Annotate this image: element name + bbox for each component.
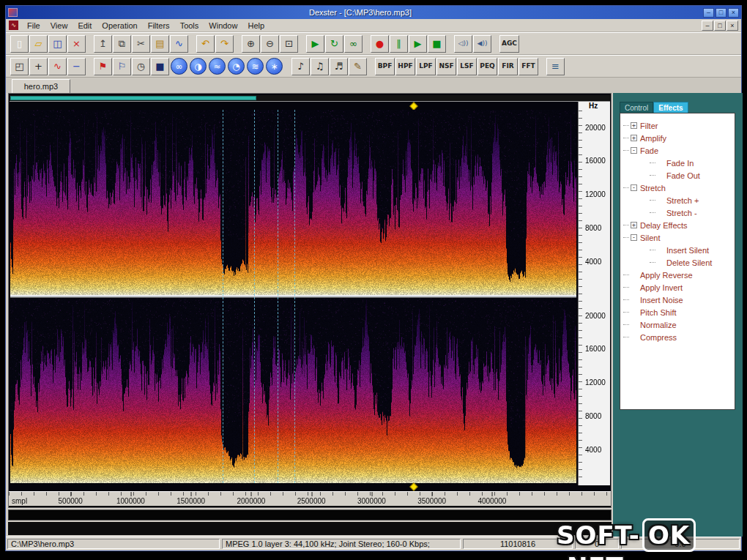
horizontal-scrollbar[interactable] xyxy=(8,509,612,520)
paste-button[interactable]: ▤ xyxy=(151,35,169,53)
record-button[interactable]: ● xyxy=(371,35,389,53)
marker-flag-button[interactable]: ⚑ xyxy=(94,58,112,75)
menu-item[interactable]: File xyxy=(22,20,45,31)
menu-item[interactable]: View xyxy=(45,20,73,31)
tree-item-fade-in[interactable]: Fade In xyxy=(620,157,735,169)
marker-strip-bottom[interactable] xyxy=(10,483,610,490)
loop-button[interactable]: ∞ xyxy=(344,35,363,53)
edit-pencil-button[interactable]: ✎ xyxy=(349,58,367,75)
menu-item[interactable]: Filters xyxy=(143,20,175,31)
save-button[interactable]: ◫ xyxy=(48,35,67,53)
region-flag-button[interactable]: ⚐ xyxy=(113,58,131,75)
new-button[interactable]: ▯ xyxy=(10,35,29,53)
menu-item[interactable]: Edit xyxy=(73,20,97,31)
tree-toggle-icon[interactable]: + xyxy=(631,122,637,129)
tree-item-normalize[interactable]: Normalize xyxy=(620,318,735,331)
peq-filter-button[interactable]: PEQ xyxy=(477,58,497,75)
tree-item-stretch[interactable]: Stretch + xyxy=(620,194,735,206)
tree-item-insert-silent[interactable]: Insert Silent xyxy=(620,244,735,256)
tree-toggle-icon[interactable] xyxy=(657,160,664,166)
tree-item-silent[interactable]: - Silent xyxy=(620,231,735,244)
tree-toggle-icon[interactable]: - xyxy=(631,234,637,241)
lsf-filter-button[interactable]: LSF xyxy=(457,58,477,75)
block-select-button[interactable]: ■ xyxy=(151,58,169,75)
fft-filter-button[interactable]: FFT xyxy=(519,58,538,75)
tree-toggle-icon[interactable] xyxy=(657,209,664,216)
document-tab[interactable]: hero.mp3 xyxy=(12,79,70,93)
stop-button[interactable]: ■ xyxy=(428,35,446,53)
tree-item-filter[interactable]: + Filter xyxy=(620,119,735,132)
fx-chorus-button[interactable]: ◑ xyxy=(190,58,207,75)
mdi-close-button[interactable]: × xyxy=(726,20,738,31)
pause-button[interactable]: ‖ xyxy=(390,35,408,53)
play-button[interactable]: ▶ xyxy=(409,35,427,53)
tab-control[interactable]: Control xyxy=(620,102,653,113)
redo-button[interactable]: ↷ xyxy=(215,35,234,53)
equalizer-button[interactable]: ≡ xyxy=(546,58,565,75)
tree-toggle-icon[interactable] xyxy=(657,247,664,253)
tree-toggle-icon[interactable] xyxy=(657,172,664,179)
menu-item[interactable]: Window xyxy=(204,20,242,31)
menu-item[interactable]: Operation xyxy=(97,20,142,31)
zoom-out-button[interactable]: ⊖ xyxy=(261,35,279,53)
play-loop-button[interactable]: ↻ xyxy=(325,35,343,53)
titlebar-close-button[interactable]: × xyxy=(728,8,739,18)
fir-filter-button[interactable]: FIR xyxy=(498,58,518,75)
tree-item-apply-reverse[interactable]: Apply Reverse xyxy=(620,269,735,281)
tree-toggle-icon[interactable]: + xyxy=(631,135,637,141)
tree-item-amplify[interactable]: + Amplify xyxy=(620,132,735,144)
tree-toggle-icon[interactable] xyxy=(657,197,664,204)
note-list-button[interactable]: ♬ xyxy=(330,58,348,75)
fx-reverb-button[interactable]: ∞ xyxy=(171,58,187,75)
agc-button[interactable]: AGC xyxy=(499,35,519,53)
tree-item-stretch[interactable]: Stretch - xyxy=(620,206,735,219)
close-file-button[interactable]: × xyxy=(67,35,86,53)
tree-toggle-icon[interactable] xyxy=(631,321,637,328)
titlebar-restore-button[interactable]: □ xyxy=(716,8,726,18)
waveform-color-button[interactable]: ∿ xyxy=(48,58,67,75)
note-marker-button[interactable]: ♫ xyxy=(311,58,329,75)
hpf-filter-button[interactable]: HPF xyxy=(395,58,415,75)
tree-toggle-icon[interactable] xyxy=(657,259,664,266)
export-button[interactable]: ↥ xyxy=(94,35,112,53)
tree-toggle-icon[interactable]: - xyxy=(631,147,637,154)
copy-button[interactable]: ⧉ xyxy=(113,35,131,53)
tree-toggle-icon[interactable]: + xyxy=(631,222,637,228)
playhead-marker-top[interactable] xyxy=(409,102,417,110)
tree-item-insert-noise[interactable]: Insert Noise xyxy=(620,294,735,306)
lpf-filter-button[interactable]: LPF xyxy=(416,58,436,75)
mdi-restore-button[interactable]: □ xyxy=(714,20,726,31)
crosshair-button[interactable]: + xyxy=(29,58,48,75)
menu-item[interactable]: Tools xyxy=(175,20,204,31)
titlebar-minimize-button[interactable]: – xyxy=(703,8,714,18)
tree-item-stretch[interactable]: - Stretch xyxy=(620,182,735,194)
play-all-button[interactable]: ▶ xyxy=(306,35,324,53)
speaker-right-button[interactable]: ◀)) xyxy=(473,35,491,53)
open-button[interactable]: ▱ xyxy=(29,35,48,53)
marker-strip-top[interactable] xyxy=(10,102,610,110)
tree-item-delay-effects[interactable]: + Delay Effects xyxy=(620,219,735,231)
tree-toggle-icon[interactable] xyxy=(631,309,637,316)
fx-flanger-button[interactable]: ≈ xyxy=(209,58,226,75)
speaker-left-button[interactable]: ◁)) xyxy=(454,35,472,53)
tree-item-delete-silent[interactable]: Delete Silent xyxy=(620,256,735,269)
tree-item-fade-out[interactable]: Fade Out xyxy=(620,169,735,182)
tree-item-fade[interactable]: - Fade xyxy=(620,144,735,157)
fx-phaser-button[interactable]: ◔ xyxy=(228,58,245,75)
spectrogram-channel-top[interactable] xyxy=(10,110,576,295)
tab-effects[interactable]: Effects xyxy=(653,102,688,113)
zoom-in-button[interactable]: ⊕ xyxy=(242,35,260,53)
tree-toggle-icon[interactable] xyxy=(631,334,637,340)
mdi-minimize-button[interactable]: – xyxy=(702,20,713,31)
time-display-button[interactable]: ◷ xyxy=(132,58,150,75)
tree-toggle-icon[interactable] xyxy=(631,272,637,278)
tree-item-pitch-shift[interactable]: Pitch Shift xyxy=(620,306,735,318)
fit-view-button[interactable]: ◰ xyxy=(10,58,29,75)
bpf-filter-button[interactable]: BPF xyxy=(375,58,395,75)
cut-button[interactable]: ✂ xyxy=(132,35,150,53)
tree-item-apply-invert[interactable]: Apply Invert xyxy=(620,281,735,294)
overview-seek-bar[interactable] xyxy=(10,95,610,102)
waveform-view-button[interactable]: ∿ xyxy=(170,35,188,53)
zoom-selection-button[interactable]: ⊡ xyxy=(280,35,298,53)
menu-item[interactable]: Help xyxy=(242,20,270,31)
